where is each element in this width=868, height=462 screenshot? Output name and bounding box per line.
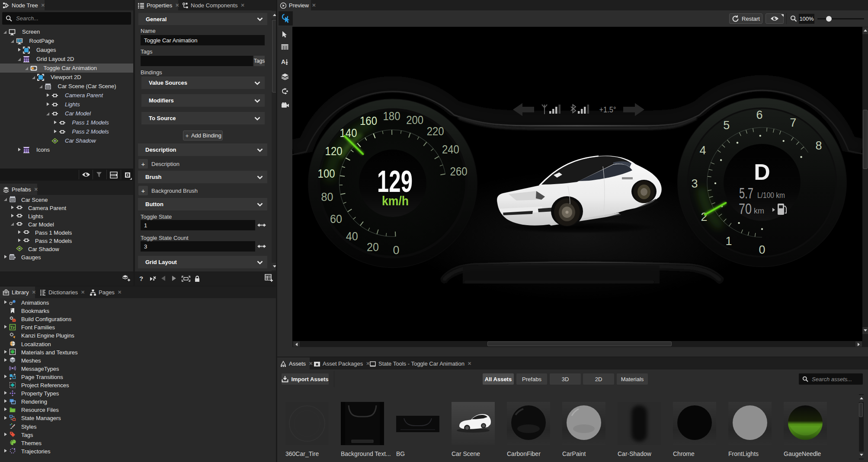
svg-text:240: 240	[442, 143, 459, 156]
svg-text:100: 100	[318, 167, 335, 180]
svg-text:40: 40	[346, 230, 358, 243]
svg-text:70: 70	[739, 200, 752, 217]
svg-text:km/h: km/h	[382, 194, 409, 208]
svg-text:80: 80	[321, 191, 333, 204]
svg-text:Tr: Tr	[10, 325, 15, 330]
svg-text:7: 7	[790, 116, 796, 129]
svg-text:180: 180	[383, 110, 400, 123]
svg-text:4: 4	[699, 144, 706, 157]
svg-text:5: 5	[723, 119, 730, 132]
svg-text:120: 120	[325, 145, 343, 158]
svg-text:6: 6	[756, 108, 762, 121]
svg-text:3: 3	[691, 177, 698, 190]
svg-text:260: 260	[450, 165, 468, 178]
svg-text:+1.5°: +1.5°	[599, 105, 616, 114]
svg-text:8: 8	[815, 139, 822, 152]
svg-text:0: 0	[759, 243, 765, 256]
svg-text:L/100 km: L/100 km	[757, 191, 785, 200]
svg-text:km: km	[754, 207, 764, 215]
svg-text:1: 1	[725, 235, 732, 248]
svg-text:A: A	[281, 58, 285, 65]
svg-text:220: 220	[427, 125, 444, 138]
svg-text:5.7: 5.7	[739, 185, 753, 201]
svg-text:0: 0	[393, 244, 400, 257]
svg-text:D: D	[754, 159, 770, 185]
svg-text:60: 60	[330, 213, 342, 226]
svg-text:140: 140	[340, 127, 357, 140]
svg-text:160: 160	[360, 115, 377, 127]
svg-text:20: 20	[367, 241, 379, 254]
svg-text:200: 200	[406, 114, 423, 127]
